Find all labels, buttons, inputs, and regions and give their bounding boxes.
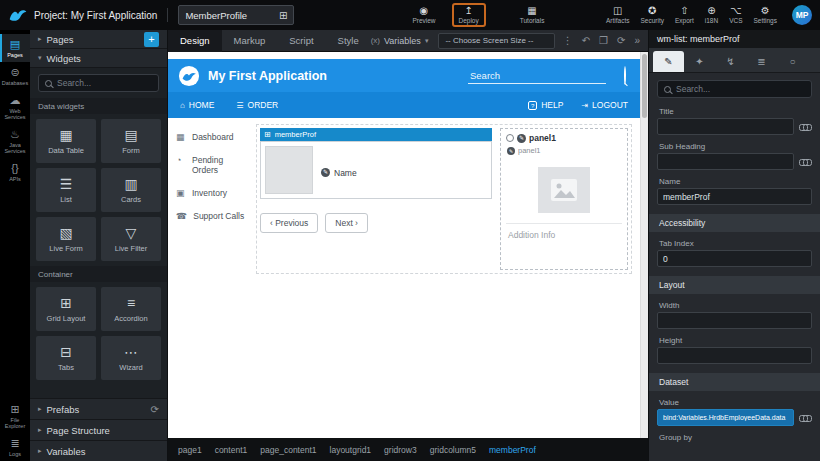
tab-markup[interactable]: Markup: [222, 30, 278, 52]
previous-page-button[interactable]: ‹ Previous: [260, 213, 318, 233]
panel-footer-text[interactable]: Addition Info: [506, 224, 622, 248]
sidenav-item-inventory[interactable]: ▣ Inventory: [176, 188, 246, 198]
sidenav-item-pending-orders[interactable]: ◔ Pending Orders: [176, 155, 246, 175]
refresh-icon[interactable]: ⟳: [151, 404, 159, 415]
height-input[interactable]: [657, 347, 812, 364]
nav-item-order[interactable]: ☰ ORDER: [236, 100, 278, 110]
rail-item-java-services[interactable]: ♨ Java Services: [0, 124, 30, 158]
member-name-row[interactable]: ✎ Name: [321, 151, 357, 194]
artifacts-button[interactable]: ◫ Artifacts: [606, 5, 629, 25]
edit-title-icon[interactable]: ✎: [517, 134, 526, 143]
export-button[interactable]: ⇧ Export: [675, 5, 694, 25]
preview-app-header[interactable]: My First Application: [168, 59, 640, 92]
widget-tile-data-table[interactable]: ▦ Data Table: [36, 119, 96, 163]
nav-item-help[interactable]: ? HELP: [528, 100, 563, 110]
tab-styles-icon[interactable]: ✦: [684, 51, 715, 72]
breadcrumb-item-page-content1[interactable]: page_content1: [260, 445, 316, 455]
grid-column-panel[interactable]: ✎ panel1 ✎ panel1: [500, 128, 628, 270]
dataset-value-input[interactable]: [657, 409, 794, 426]
bind-link-icon[interactable]: [799, 122, 812, 132]
tab-dataset-icon[interactable]: ≣: [746, 51, 777, 72]
breadcrumb-item-page1[interactable]: page1: [178, 445, 202, 455]
next-page-button[interactable]: Next ›: [325, 213, 368, 233]
pages-section-header[interactable]: ▸ Pages +: [30, 30, 167, 49]
panel-title[interactable]: panel1: [529, 133, 556, 143]
grid-view-icon[interactable]: ⊞: [279, 10, 287, 21]
tab-events-icon[interactable]: ↯: [715, 51, 746, 72]
panel-image-placeholder[interactable]: [538, 167, 590, 213]
panel1-widget[interactable]: ✎ panel1 ✎ panel1: [500, 128, 628, 270]
widget-search[interactable]: [38, 74, 159, 92]
page-selector[interactable]: MemberProfile ⊞: [178, 5, 294, 25]
nav-item-home[interactable]: ⌂ HOME: [180, 100, 214, 110]
variables-section-header[interactable]: ▸ Variables: [30, 440, 167, 461]
rail-item-apis[interactable]: {} APIs: [0, 158, 30, 186]
rail-item-web-services[interactable]: ☁ Web Services: [0, 90, 30, 124]
member-list-widget[interactable]: ✎ Name: [260, 141, 492, 199]
rail-item-databases[interactable]: ⊜ Databases: [0, 62, 30, 90]
tab-design[interactable]: Design: [168, 30, 222, 52]
widget-tile-tabs[interactable]: ⊟ Tabs: [36, 336, 96, 380]
refresh-canvas-icon[interactable]: ⟳: [617, 35, 625, 46]
preview-search-icon[interactable]: [624, 67, 626, 85]
deploy-button[interactable]: ↥ Deploy: [459, 5, 479, 25]
undo-icon[interactable]: ↶: [582, 35, 590, 46]
member-name-label[interactable]: Name: [334, 168, 357, 178]
selected-widget-tag[interactable]: ⊞ memberProf: [260, 128, 492, 141]
edit-subtitle-icon[interactable]: ✎: [507, 147, 515, 155]
sidenav-item-support-calls[interactable]: ☎ Support Calls: [176, 211, 246, 221]
panel-subtitle-row[interactable]: ✎ panel1: [507, 146, 622, 155]
tab-properties-pencil-icon[interactable]: ✎: [653, 51, 684, 72]
widget-tile-accordion[interactable]: ≡ Accordion: [101, 287, 161, 331]
panel-header[interactable]: ✎ panel1: [506, 133, 622, 143]
layout-grid-row[interactable]: ⊞ memberProf ✎ Name: [256, 124, 632, 274]
variables-dropdown[interactable]: (x) Variables ▾: [371, 36, 429, 46]
member-picture-placeholder[interactable]: [265, 146, 313, 194]
width-input[interactable]: [657, 312, 812, 329]
page-structure-section-header[interactable]: ▸ Page Structure: [30, 419, 167, 440]
add-page-button[interactable]: +: [144, 32, 159, 47]
widget-tile-wizard[interactable]: ⋯ Wizard: [101, 336, 161, 380]
rail-item-pages[interactable]: ▤ Pages: [0, 34, 30, 62]
subheading-input[interactable]: [657, 153, 794, 170]
tab-script[interactable]: Script: [277, 30, 325, 52]
preview-search-input[interactable]: [470, 70, 604, 81]
breadcrumb-item-content1[interactable]: content1: [215, 445, 248, 455]
breadcrumb-item-gridrow3[interactable]: gridrow3: [384, 445, 417, 455]
edit-label-icon[interactable]: ✎: [321, 168, 330, 177]
vcs-button[interactable]: ⌥ VCS: [729, 5, 742, 25]
collapse-right-panel-icon[interactable]: »: [634, 35, 640, 46]
widget-tile-form[interactable]: ▤ Form: [101, 119, 161, 163]
preview-app-title[interactable]: My First Application: [208, 69, 327, 83]
tab-misc-icon[interactable]: ○: [777, 51, 808, 72]
canvas-scrollbar[interactable]: [640, 52, 648, 438]
screen-size-dropdown[interactable]: -- Choose Screen Size --: [438, 33, 554, 49]
tabindex-input[interactable]: [657, 250, 812, 267]
breadcrumb-item-layoutgrid1[interactable]: layoutgrid1: [330, 445, 372, 455]
tutorials-button[interactable]: ▦ Tutorials: [520, 5, 545, 25]
properties-search[interactable]: [657, 80, 812, 98]
sidenav-item-dashboard[interactable]: ▦ Dashboard: [176, 132, 246, 142]
nav-item-logout[interactable]: ⇥ LOGOUT: [581, 100, 628, 110]
widget-tile-cards[interactable]: ▥ Cards: [101, 168, 161, 212]
drag-handle-icon[interactable]: ⊞: [264, 130, 271, 140]
title-input[interactable]: [657, 118, 794, 135]
copy-icon[interactable]: ❐: [599, 35, 608, 46]
settings-button[interactable]: ⚙ Settings: [754, 5, 778, 25]
preview-search-box[interactable]: [468, 68, 606, 84]
properties-search-input[interactable]: [676, 84, 805, 94]
widgets-section-header[interactable]: ▾ Widgets: [30, 49, 167, 68]
widget-tile-live-filter[interactable]: ▽ Live Filter: [101, 217, 161, 261]
prefabs-section-header[interactable]: ▸ Prefabs ⟳: [30, 398, 167, 419]
widget-tile-list[interactable]: ☰ List: [36, 168, 96, 212]
preview-button[interactable]: ◉ Preview: [412, 5, 435, 25]
widget-tile-live-form[interactable]: ▧ Live Form: [36, 217, 96, 261]
rail-item-file-explorer[interactable]: ⊞ File Explorer: [0, 399, 30, 433]
widget-tile-grid-layout[interactable]: ⊞ Grid Layout: [36, 287, 96, 331]
breadcrumb-item-gridcolumn5[interactable]: gridcolumn5: [430, 445, 476, 455]
name-input[interactable]: [657, 188, 812, 205]
scrollbar-thumb[interactable]: [642, 54, 647, 118]
panel-collapse-icon[interactable]: [506, 134, 514, 142]
bind-link-icon[interactable]: [799, 157, 812, 167]
kebab-menu-icon[interactable]: ⋮: [563, 35, 573, 46]
